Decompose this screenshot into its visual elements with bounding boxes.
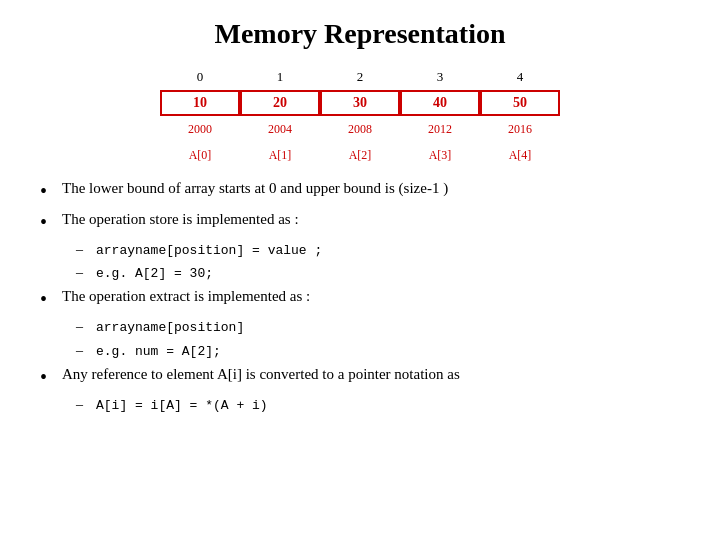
label-4: A[4]: [480, 142, 560, 168]
address-2: 2008: [320, 116, 400, 142]
index-1: 1: [240, 64, 320, 90]
value-4: 50: [480, 90, 560, 116]
memory-diagram: 0 1 2 3 4 10 20 30 40 50 2000 2004 2008 …: [30, 64, 690, 168]
address-4: 2016: [480, 116, 560, 142]
bullet-3-dot: •: [40, 286, 62, 311]
sub-1-text: arrayname[position] = value ;: [96, 240, 322, 260]
index-3: 3: [400, 64, 480, 90]
label-2: A[2]: [320, 142, 400, 168]
index-2: 2: [320, 64, 400, 90]
address-1: 2004: [240, 116, 320, 142]
label-row: A[0] A[1] A[2] A[3] A[4]: [160, 142, 560, 168]
sub-dash-4: –: [76, 341, 96, 361]
bullet-3: • The operation extract is implemented a…: [40, 286, 690, 311]
address-row: 2000 2004 2008 2012 2016: [160, 116, 560, 142]
sub-5-text: A[i] = i[A] = *(A + i): [96, 395, 268, 415]
bullet-2-sub-1: – arrayname[position] = value ;: [76, 240, 690, 260]
value-3: 40: [400, 90, 480, 116]
bullet-4: • Any reference to element A[i] is conve…: [40, 364, 690, 389]
bullet-2-dot: •: [40, 209, 62, 234]
label-0: A[0]: [160, 142, 240, 168]
bullet-1: • The lower bound of array starts at 0 a…: [40, 178, 690, 203]
bullet-4-sub-1: – A[i] = i[A] = *(A + i): [76, 395, 690, 415]
sub-dash-5: –: [76, 395, 96, 415]
value-1: 20: [240, 90, 320, 116]
sub-2-text: e.g. A[2] = 30;: [96, 263, 213, 283]
sub-3-text: arrayname[position]: [96, 317, 244, 337]
index-4: 4: [480, 64, 560, 90]
content-area: • The lower bound of array starts at 0 a…: [30, 178, 690, 522]
label-3: A[3]: [400, 142, 480, 168]
slide: Memory Representation 0 1 2 3 4 10 20 30…: [0, 0, 720, 540]
sub-4-text: e.g. num = A[2];: [96, 341, 221, 361]
bullet-2: • The operation store is implemented as …: [40, 209, 690, 234]
index-row: 0 1 2 3 4: [160, 64, 560, 90]
bullet-1-text: The lower bound of array starts at 0 and…: [62, 178, 448, 199]
bullet-3-sub-2: – e.g. num = A[2];: [76, 341, 690, 361]
value-row: 10 20 30 40 50: [160, 90, 560, 116]
sub-dash-2: –: [76, 263, 96, 283]
bullet-3-sub-1: – arrayname[position]: [76, 317, 690, 337]
sub-dash: –: [76, 240, 96, 260]
value-2: 30: [320, 90, 400, 116]
bullet-2-sub-2: – e.g. A[2] = 30;: [76, 263, 690, 283]
bullet-2-text: The operation store is implemented as :: [62, 209, 299, 230]
sub-dash-3: –: [76, 317, 96, 337]
index-0: 0: [160, 64, 240, 90]
slide-title: Memory Representation: [30, 18, 690, 50]
bullet-4-dot: •: [40, 364, 62, 389]
label-1: A[1]: [240, 142, 320, 168]
value-0: 10: [160, 90, 240, 116]
bullet-1-dot: •: [40, 178, 62, 203]
bullet-4-text: Any reference to element A[i] is convert…: [62, 364, 460, 385]
bullet-3-text: The operation extract is implemented as …: [62, 286, 310, 307]
address-3: 2012: [400, 116, 480, 142]
address-0: 2000: [160, 116, 240, 142]
